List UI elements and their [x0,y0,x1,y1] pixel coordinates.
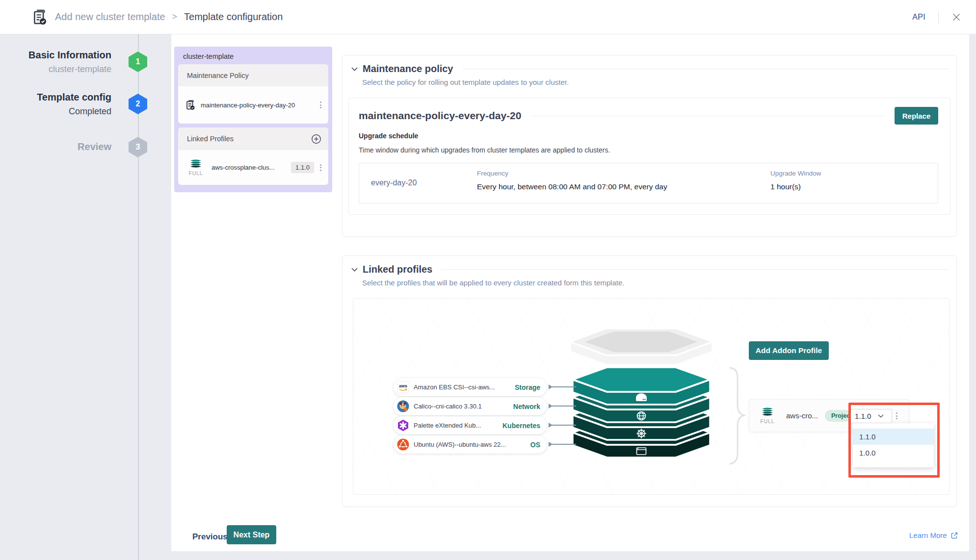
learn-more-link[interactable]: Learn More [909,531,958,539]
linked-profile-name: aws-crossplane-clus... [211,164,291,171]
upgrade-window-field: Upgrade Window 1 hour(s) [770,170,821,191]
stack-to-profile-brace [726,366,751,465]
layer-pill-kubernetes[interactable]: Palette eXtended Kub... Kubernetes [394,416,547,434]
upgrade-schedule-heading: Upgrade schedule [359,132,938,140]
section-title: Maintenance policy [363,63,453,75]
globe-icon [637,412,646,420]
frequency-label: Frequency [477,170,667,177]
section-subtitle: Select the profiles that will be applied… [362,279,950,287]
step-title: Template config [37,92,111,103]
selected-policy-card: maintenance-policy-every-day-20 Replace … [348,98,950,215]
linked-profile-menu-icon[interactable] [318,162,323,173]
layer-category: OS [530,441,540,449]
step-badge-1: 1 [129,51,147,72]
maintenance-policy-section: Maintenance policy Select the policy for… [342,55,957,237]
version-option-1[interactable]: 1.1.0 [853,429,934,445]
section-title: Linked profiles [363,264,432,275]
storage-layer-slab[interactable] [573,367,710,405]
breadcrumb-separator: > [172,12,178,22]
cluster-layers-stack [568,320,715,482]
panel-title: cluster-template [183,52,234,60]
cluster-template-panel: cluster-template Maintenance Policy main… [174,47,332,192]
close-icon[interactable] [951,12,961,22]
linked-profiles-section: Linked profiles Select the profiles that… [342,255,957,507]
addon-layer-slab[interactable] [570,329,712,365]
cluster-template-doc-icon [31,8,48,26]
section-rule [441,269,950,270]
step-template-config[interactable]: Template config Completed [37,92,111,117]
external-link-icon [950,532,958,539]
policy-item-menu-icon[interactable] [318,100,323,110]
linked-profiles-card: Linked Profiles FULL [178,127,328,185]
profile-version-select[interactable]: 1.1.0 [850,409,892,423]
profile-layers-icon [760,407,775,416]
learn-more-label: Learn More [909,531,947,539]
layer-connector [549,442,576,447]
ubuntu-icon [397,438,409,451]
step-subtitle: cluster-template [28,64,111,75]
layer-name: Palette eXtended Kub... [414,422,502,429]
layer-pill-storage[interactable]: aws Amazon EBS CSI--csi-aws... Storage [394,378,547,396]
section-subtitle: Select the policy for rolling out templa… [362,78,950,86]
version-dropdown: 1.1.0 1.0.0 [853,423,934,467]
linked-profiles-card-header: Linked Profiles [187,135,234,143]
policy-rule [531,116,885,116]
frequency-field: Frequency Every hour, between 08:00 AM a… [477,170,667,191]
profile-type-badge: FULL [189,170,203,176]
header-divider [938,11,939,24]
step-review[interactable]: Review [78,141,111,153]
layer-category: Kubernetes [502,422,540,430]
step-subtitle: Completed [37,106,111,117]
profile-menu-icon[interactable] [894,410,899,421]
collapse-chevron-icon[interactable] [351,268,358,272]
layer-connector [549,404,576,408]
collapse-chevron-icon[interactable] [351,67,358,71]
layer-name: Ubuntu (AWS)--ubuntu-aws 22... [414,441,530,448]
wizard-header: Add new cluster template > Template conf… [0,0,976,34]
svg-text:aws: aws [399,383,407,388]
version-option-2[interactable]: 1.0.0 [853,445,934,461]
previous-button[interactable]: Previous [188,529,232,545]
palette-pxk-icon [397,419,409,432]
maintenance-policy-item[interactable]: maintenance-policy-every-day-20 [178,86,328,124]
add-profile-plus-icon[interactable] [311,134,321,144]
chevron-down-icon [878,414,884,418]
add-cluster-template-wizard: Add new cluster template > Template conf… [0,0,976,560]
calico-icon [397,400,409,412]
schedule-row: every-day-20 Frequency Every hour, betwe… [359,163,938,204]
layer-name: Calico--cni-calico 3.30.1 [414,403,513,410]
policy-item-name: maintenance-policy-every-day-20 [201,102,318,109]
upgrade-window-label: Upgrade Window [770,170,821,177]
replace-policy-button[interactable]: Replace [895,107,938,125]
aws-icon: aws [397,381,409,393]
selected-policy-name: maintenance-policy-every-day-20 [359,110,521,122]
step-badge-3: 3 [129,137,147,157]
next-step-button[interactable]: Next Step [227,525,276,544]
breadcrumb: Add new cluster template > Template conf… [55,11,283,23]
linked-profile-version-badge: 1.1.0 [291,162,314,173]
step-basic-information[interactable]: Basic Information cluster-template [28,50,111,75]
api-link[interactable]: API [912,13,925,22]
profile-layers-icon [188,159,203,168]
layer-pill-os[interactable]: Ubuntu (AWS)--ubuntu-aws 22... OS [394,435,547,454]
maintenance-policy-card-header: Maintenance Policy [187,72,249,79]
helm-wheel-icon [636,429,646,438]
section-rule [462,69,950,69]
policy-doc-icon [185,99,196,111]
frequency-value: Every hour, between 08:00 AM and 07:00 P… [477,182,667,191]
maintenance-policy-card: Maintenance Policy maintenance-policy-ev… [178,64,328,124]
layer-category: Network [513,403,540,410]
linked-profile-item[interactable]: FULL aws-crossplane-clus... 1.1.0 [178,150,328,185]
layer-category: Storage [515,383,540,391]
layer-connector [549,384,576,389]
layer-connector [549,423,576,428]
step-badge-2: 2 [129,94,147,114]
add-addon-profile-button[interactable]: Add Addon Profile [749,341,829,360]
breadcrumb-parent[interactable]: Add new cluster template [55,11,165,23]
profile-layers-canvas: aws Amazon EBS CSI--csi-aws... Storage C… [353,298,950,495]
step-title: Review [78,141,111,153]
profile-name: aws-cro... [786,411,818,420]
upgrade-window-value: 1 hour(s) [770,182,821,191]
layer-pill-network[interactable]: Calico--cni-calico 3.30.1 Network [394,397,547,415]
step-title: Basic Information [28,50,111,61]
